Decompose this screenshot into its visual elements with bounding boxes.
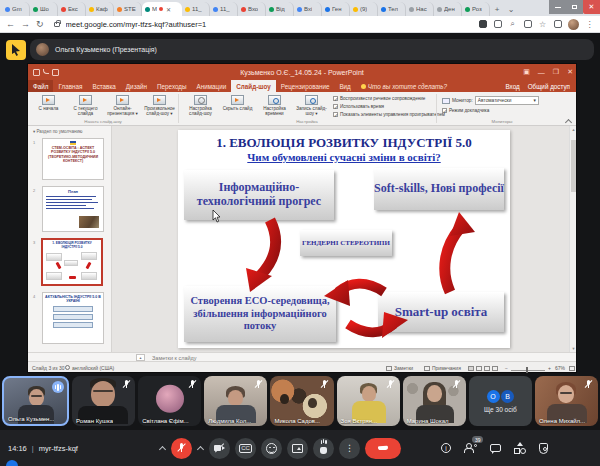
slide-canvas[interactable]: 1. ЕВОЛЮЦІЯ РОЗВИТКУ ІНДУСТРІЇ 5.0 Чим о… <box>178 130 510 348</box>
scrollbar-thumb[interactable] <box>571 140 576 192</box>
sign-in-button[interactable]: Вход <box>505 83 519 90</box>
tab-file[interactable]: Файл <box>28 80 53 92</box>
participant-tile[interactable]: Олена Михайл... <box>535 376 598 426</box>
tab-close-icon[interactable]: ✕ <box>166 6 171 13</box>
tab-view[interactable]: Вид <box>334 80 355 92</box>
browser-tab[interactable]: Шо <box>30 2 58 16</box>
present-online-button[interactable]: Онлайн-презентация ▾ <box>104 93 141 117</box>
tab-home[interactable]: Главная <box>53 80 87 92</box>
browser-tab[interactable]: Екс <box>58 2 86 16</box>
new-tab-button[interactable]: + <box>490 3 504 16</box>
section-header[interactable]: ▾ Раздел по умолчанию <box>33 129 82 134</box>
address-bar[interactable]: meet.google.com/myr-tfzs-kqf?authuser=1 <box>66 20 472 29</box>
tab-design[interactable]: Дизайн <box>121 80 152 92</box>
tab-review[interactable]: Рецензирование <box>276 80 335 92</box>
ppt-minimize-button[interactable]: — <box>538 69 545 76</box>
browser-tab[interactable]: (9) <box>350 2 378 16</box>
bookmark-star-icon[interactable]: ☆ <box>538 20 547 29</box>
view-buttons[interactable] <box>468 365 500 371</box>
scroll-down-icon[interactable]: ▼ <box>571 346 576 351</box>
side-panel-icon[interactable] <box>553 20 562 29</box>
checkbox-presenter-view[interactable]: Режим докладчика <box>442 108 489 113</box>
notes-label[interactable]: Заметки к слайду <box>152 355 197 361</box>
vertical-scrollbar[interactable]: ▲ ▼ <box>569 126 576 352</box>
browser-tab-active-meet[interactable]: М✕ <box>142 2 182 16</box>
chat-panel-button[interactable] <box>490 444 501 452</box>
browser-tab[interactable]: 11_ <box>210 2 238 16</box>
presenter-banner[interactable]: Ольга Кузьменко (Презентація) <box>30 39 594 60</box>
camera-off-button[interactable] <box>209 438 230 459</box>
captions-button[interactable]: CC <box>235 438 256 459</box>
browser-tab[interactable]: 11_ <box>182 2 210 16</box>
more-options-button[interactable]: ⋮ <box>339 438 360 459</box>
translate-icon[interactable] <box>493 20 502 29</box>
browser-tab[interactable]: Gm <box>2 2 30 16</box>
activities-button[interactable] <box>514 443 526 453</box>
tab-search-chevron-icon[interactable]: ⌄ <box>504 3 518 16</box>
zoom-icon[interactable]: ⌕ <box>508 20 517 29</box>
collapse-ribbon-icon[interactable] <box>565 118 572 123</box>
participant-tile[interactable]: Ольга Кузьмен... <box>2 376 69 426</box>
slide-thumbnail-1[interactable]: СТЕМ-ОСВІТА : АСПЕКТ РОЗВИТКУ ІНДУСТРІЇ … <box>42 138 104 180</box>
tab-insert[interactable]: Вставка <box>87 80 120 92</box>
from-current-slide-button[interactable]: С текущего слайда <box>67 93 104 117</box>
meeting-details-button[interactable]: i <box>441 443 451 453</box>
window-close-button[interactable]: ✕ <box>583 0 600 14</box>
browser-tab[interactable]: Вхо <box>238 2 266 16</box>
lock-icon[interactable] <box>54 22 60 27</box>
window-maximize-button[interactable] <box>566 0 583 14</box>
browser-menu-icon[interactable]: ⋮ <box>585 20 594 29</box>
record-slideshow-button[interactable]: Запись слайд-шоу ▾ <box>293 93 330 117</box>
hide-slide-button[interactable]: Скрыть слайд <box>219 93 256 111</box>
zoom-out-button[interactable]: − <box>505 365 508 371</box>
participant-tile[interactable]: Марина Шокал <box>403 376 466 426</box>
people-panel-button[interactable]: 39 <box>464 443 477 453</box>
slide-thumbnail-2[interactable]: План <box>42 186 104 232</box>
camera-options-chevron-icon[interactable] <box>197 445 204 452</box>
tell-me-box[interactable]: Что вы хотите сделать? <box>356 80 452 92</box>
notes-toggle-button[interactable]: Заметки <box>386 365 413 371</box>
browser-tab[interactable]: Тел <box>378 2 406 16</box>
raise-hand-button[interactable] <box>313 438 334 459</box>
tab-transitions[interactable]: Переходы <box>152 80 192 92</box>
participant-tile[interactable]: Світлана Єфім... <box>138 376 201 426</box>
presenting-pointer-icon[interactable] <box>6 40 26 60</box>
profile-avatar[interactable] <box>568 19 579 30</box>
slide-thumbnail-3-current[interactable]: 1. ЕВОЛЮЦІЯ РОЗВИТКУ ІНДУСТРІЇ 5.0 <box>41 238 103 286</box>
share-icon[interactable] <box>523 20 532 29</box>
window-minimize-button[interactable] <box>549 0 566 14</box>
monitor-select[interactable]: Автоматически▾ <box>475 96 539 105</box>
reload-icon[interactable]: ↻ <box>36 20 44 29</box>
more-participants-tile[interactable]: О В Ще 30 осіб <box>469 376 532 426</box>
tab-animations[interactable]: Анимации <box>192 80 232 92</box>
mic-muted-button[interactable] <box>171 438 192 459</box>
participant-tile[interactable]: Микола Садов... <box>270 376 333 426</box>
browser-tab[interactable]: Ден <box>434 2 462 16</box>
scroll-up-icon[interactable]: ▲ <box>571 127 576 132</box>
zoom-level[interactable]: 67% <box>555 365 565 371</box>
share-button[interactable]: Общий доступ <box>528 83 570 90</box>
slide-thumbnail-4[interactable]: АКТУАЛЬНІСТЬ ІНДУСТРІЇ 5.0 В УКРАЇНІ <box>42 292 104 344</box>
from-beginning-button[interactable]: С начала <box>30 93 67 111</box>
setup-slideshow-button[interactable]: Настройка слайд-шоу <box>182 93 219 117</box>
notes-collapse-button[interactable]: ▴ <box>136 354 145 361</box>
browser-tab[interactable]: STE <box>114 2 142 16</box>
mic-options-chevron-icon[interactable] <box>159 445 166 452</box>
leave-call-button[interactable] <box>365 438 401 459</box>
tab-slideshow-active[interactable]: Слайд-шоу <box>231 80 276 92</box>
participant-tile[interactable]: Людмила Кол... <box>204 376 267 426</box>
browser-tab[interactable]: Ген <box>322 2 350 16</box>
reactions-button[interactable] <box>261 438 282 459</box>
checkbox-use-timings[interactable]: Использовать время <box>333 104 384 109</box>
browser-tab[interactable]: Від <box>266 2 294 16</box>
ppt-restore-button[interactable]: ❐ <box>553 68 559 76</box>
host-controls-button[interactable] <box>539 443 548 454</box>
browser-tab[interactable]: Нас <box>406 2 434 16</box>
fit-to-window-icon[interactable] <box>569 365 577 371</box>
back-icon[interactable]: ← <box>6 20 15 29</box>
browser-tab[interactable]: Каф <box>86 2 114 16</box>
present-screen-button[interactable] <box>287 438 308 459</box>
zoom-in-button[interactable]: + <box>548 365 551 371</box>
ribbon-display-options-icon[interactable]: ▣ <box>523 68 530 76</box>
browser-tab[interactable]: Роз <box>462 2 490 16</box>
